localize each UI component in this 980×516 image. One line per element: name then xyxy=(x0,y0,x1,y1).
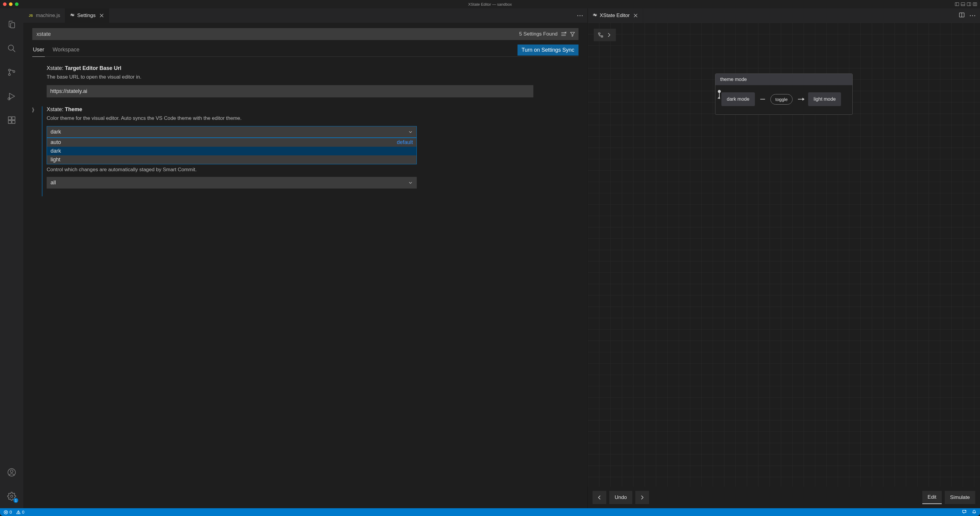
close-icon[interactable] xyxy=(99,13,104,18)
chevron-down-icon xyxy=(408,181,413,185)
close-icon[interactable] xyxy=(633,13,638,18)
tab-settings[interactable]: Settings xyxy=(65,8,109,23)
settings-found-label: 5 Settings Found xyxy=(519,31,558,37)
state-dark-mode[interactable]: dark mode xyxy=(721,92,755,106)
gear-icon[interactable] xyxy=(32,107,34,114)
svg-rect-15 xyxy=(8,121,11,124)
setting-title: Xstate: Target Editor Base Url xyxy=(47,65,576,71)
status-errors[interactable]: 0 xyxy=(3,510,12,514)
undo-button[interactable]: Undo xyxy=(609,491,632,504)
svg-point-20 xyxy=(11,495,13,497)
activity-bar: 1 xyxy=(0,8,23,508)
more-actions-icon[interactable] xyxy=(969,12,976,19)
chevron-down-icon xyxy=(408,130,413,135)
xstate-canvas[interactable]: theme mode dark mode toggle light mode xyxy=(588,23,980,487)
svg-point-22 xyxy=(73,15,73,16)
machine-name[interactable]: theme mode xyxy=(716,74,852,85)
simulate-button[interactable]: Simulate xyxy=(945,491,975,504)
bell-icon[interactable] xyxy=(972,510,977,515)
setting-theme: Xstate: Theme Color theme for the visual… xyxy=(42,106,576,197)
theme-dropdown: auto default dark light xyxy=(47,138,417,164)
titlebar: XState Editor — sandbox xyxy=(0,0,980,8)
chevron-left-icon xyxy=(597,495,602,500)
setting-title: Xstate: Theme xyxy=(47,106,576,113)
accounts-button[interactable] xyxy=(5,465,19,479)
tab-machine-js[interactable]: JS machine.js xyxy=(23,8,65,23)
svg-point-21 xyxy=(72,14,72,15)
settings-search: 5 Settings Found xyxy=(32,28,579,40)
theme-option-light[interactable]: light xyxy=(47,156,417,164)
manage-button[interactable]: 1 xyxy=(5,489,19,503)
setting-target-editor-base-url: Xstate: Target Editor Base Url The base … xyxy=(47,65,576,105)
theme-option-dark[interactable]: dark xyxy=(47,147,417,156)
warning-icon xyxy=(16,510,21,514)
settings-scope-tabs: User Workspace Turn on Settings Sync xyxy=(32,44,579,57)
state-light-mode[interactable]: light mode xyxy=(808,92,841,106)
setting-description: Color theme for the visual editor. Auto … xyxy=(47,114,576,122)
search-button[interactable] xyxy=(5,41,19,56)
settings-list[interactable]: Xstate: Target Editor Base Url The base … xyxy=(32,57,579,508)
explorer-button[interactable] xyxy=(5,17,19,32)
svg-rect-2 xyxy=(961,3,965,6)
base-url-input[interactable] xyxy=(47,85,533,97)
chevron-right-icon xyxy=(640,495,645,500)
layout-centered-icon[interactable] xyxy=(973,2,977,6)
setting-description: Control which changes are automatically … xyxy=(47,167,576,173)
smart-commit-select[interactable]: all xyxy=(47,177,417,189)
svg-point-41 xyxy=(965,511,966,511)
clear-search-icon[interactable] xyxy=(560,31,566,37)
status-bar: 0 0 xyxy=(0,508,980,516)
theme-select[interactable]: dark xyxy=(47,126,417,138)
redo-forward-button[interactable] xyxy=(635,491,649,504)
svg-rect-16 xyxy=(12,121,15,124)
transition-arrow xyxy=(760,99,765,100)
extensions-button[interactable] xyxy=(5,113,19,127)
layout-panel-left-icon[interactable] xyxy=(955,2,959,6)
transition-arrow xyxy=(798,99,803,100)
svg-rect-6 xyxy=(973,3,977,6)
scope-workspace-tab[interactable]: Workspace xyxy=(52,44,80,57)
svg-point-19 xyxy=(11,470,13,473)
gear-icon xyxy=(70,13,75,19)
settings-editor: 5 Settings Found User Workspace Turn on … xyxy=(23,23,587,508)
tab-label: XState Editor xyxy=(600,13,630,19)
theme-option-auto[interactable]: auto default xyxy=(47,138,417,147)
undo-back-button[interactable] xyxy=(593,491,606,504)
filter-icon[interactable] xyxy=(570,31,576,37)
state-machine-box[interactable]: theme mode dark mode toggle light mode xyxy=(715,73,853,115)
svg-line-9 xyxy=(13,49,15,52)
svg-rect-4 xyxy=(967,3,971,6)
window-title: XState Editor — sandbox xyxy=(468,2,512,6)
setting-description: The base URL to open the visual editor i… xyxy=(47,73,576,81)
tab-xstate-editor[interactable]: XState Editor xyxy=(588,8,643,23)
split-editor-icon[interactable] xyxy=(959,12,964,19)
svg-rect-7 xyxy=(974,3,975,5)
layout-panel-bottom-icon[interactable] xyxy=(961,2,965,6)
breadcrumb-chip[interactable] xyxy=(594,29,616,41)
tab-label: Settings xyxy=(77,13,95,19)
svg-rect-35 xyxy=(601,36,603,37)
svg-rect-0 xyxy=(955,3,959,6)
svg-point-28 xyxy=(594,14,595,15)
settings-sync-button[interactable]: Turn on Settings Sync xyxy=(517,44,579,56)
settings-search-input[interactable] xyxy=(37,31,516,37)
event-toggle[interactable]: toggle xyxy=(770,94,793,105)
maximize-window-button[interactable] xyxy=(15,2,19,6)
tab-label: machine.js xyxy=(36,13,60,19)
minimize-window-button[interactable] xyxy=(9,2,13,6)
traffic-lights xyxy=(3,2,19,6)
js-file-icon: JS xyxy=(28,13,33,18)
svg-point-29 xyxy=(595,15,596,16)
status-warnings[interactable]: 0 xyxy=(16,510,24,514)
scope-user-tab[interactable]: User xyxy=(32,44,45,57)
tab-bar-right: XState Editor xyxy=(588,8,980,23)
more-actions-icon[interactable] xyxy=(577,12,583,19)
run-debug-button[interactable] xyxy=(5,89,19,103)
manage-badge: 1 xyxy=(13,498,18,503)
feedback-icon[interactable] xyxy=(962,510,967,515)
source-control-button[interactable] xyxy=(5,65,19,79)
layout-panel-right-icon[interactable] xyxy=(967,2,971,6)
edit-button[interactable]: Edit xyxy=(922,491,942,504)
close-window-button[interactable] xyxy=(3,2,6,6)
editor-left-pane: JS machine.js Settings xyxy=(23,8,588,508)
